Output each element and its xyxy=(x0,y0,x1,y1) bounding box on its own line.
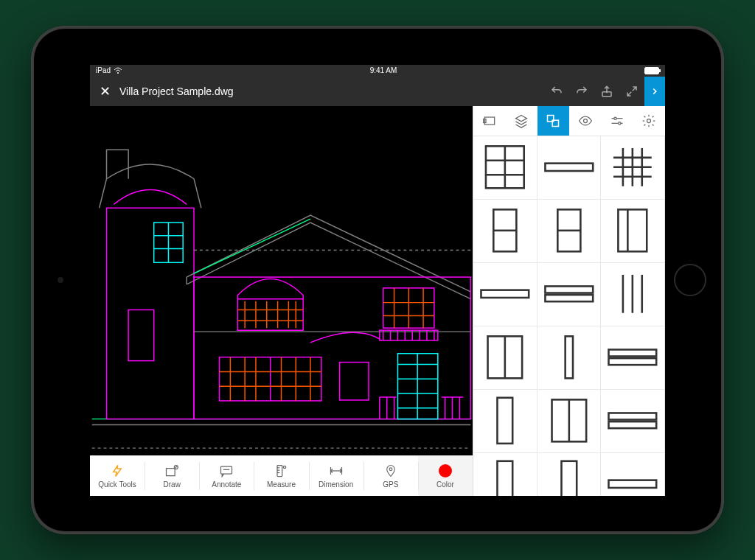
bottom-toolbar: Quick Tools Draw Annotate Measure xyxy=(90,455,473,496)
block-item[interactable]: window 1 xyxy=(537,326,602,390)
svg-rect-69 xyxy=(277,466,282,477)
svg-rect-105 xyxy=(481,290,529,297)
block-thumb xyxy=(604,265,661,323)
block-thumb xyxy=(540,455,598,496)
screen: iPad 9:41 AM ✕ Villa Project Sample.dwg xyxy=(90,65,665,496)
svg-rect-50 xyxy=(340,362,369,399)
svg-point-87 xyxy=(647,119,651,122)
block-item[interactable]: win dow wo xyxy=(537,263,602,326)
color-swatch-icon xyxy=(439,463,452,479)
svg-rect-123 xyxy=(609,480,657,487)
block-item[interactable]: window 6stst xyxy=(601,453,665,496)
block-item[interactable]: Window 17 xyxy=(537,390,602,453)
gps-icon xyxy=(384,463,397,479)
svg-rect-103 xyxy=(619,209,647,251)
panel-toggle-button[interactable] xyxy=(644,77,665,106)
palette-tab-view[interactable] xyxy=(473,106,505,136)
drawing-canvas[interactable] xyxy=(90,106,473,455)
palette-tab-blocks[interactable] xyxy=(537,106,569,136)
draw-icon xyxy=(164,463,179,479)
tool-label: Dimension xyxy=(319,480,353,489)
block-item[interactable]: win dow jjj xyxy=(601,200,665,263)
svg-rect-106 xyxy=(545,286,593,293)
fullscreen-button[interactable] xyxy=(619,77,644,106)
block-thumb xyxy=(476,392,534,449)
tool-label: Annotate xyxy=(212,480,241,489)
undo-button[interactable] xyxy=(544,77,569,106)
tool-draw[interactable]: Draw xyxy=(145,456,199,496)
tool-label: Quick Tools xyxy=(98,480,136,489)
block-thumb xyxy=(540,329,598,386)
share-button[interactable] xyxy=(594,77,619,106)
palette-tab-sliders[interactable] xyxy=(601,106,633,136)
status-bar: iPad 9:41 AM xyxy=(90,65,665,77)
block-item[interactable]: window xyxy=(473,326,537,390)
tool-color[interactable]: Color xyxy=(418,456,473,496)
block-thumb xyxy=(476,139,534,196)
block-item[interactable]: win dow swe xyxy=(473,263,537,326)
block-thumb xyxy=(540,265,598,323)
svg-point-0 xyxy=(117,72,119,74)
tool-measure[interactable]: Measure xyxy=(254,456,308,496)
app-body: Quick Tools Draw Annotate Measure xyxy=(90,106,665,496)
svg-point-86 xyxy=(619,122,621,124)
block-thumb xyxy=(604,139,661,196)
carrier-label: iPad xyxy=(96,66,111,74)
tablet-frame: iPad 9:41 AM ✕ Villa Project Sample.dwg xyxy=(31,26,724,534)
block-thumb xyxy=(540,139,598,196)
block-item[interactable]: window 5ft xyxy=(473,453,537,496)
svg-rect-116 xyxy=(497,398,512,444)
tool-label: Color xyxy=(436,480,454,489)
tool-dimension[interactable]: Dimension xyxy=(309,456,363,496)
block-thumb xyxy=(604,455,661,496)
palette-tab-visibility[interactable] xyxy=(569,106,601,136)
svg-rect-113 xyxy=(565,336,572,378)
dimension-icon xyxy=(328,463,344,479)
home-button[interactable] xyxy=(674,264,706,296)
palette-tab-settings[interactable] xyxy=(633,106,665,136)
bolt-icon xyxy=(111,463,124,479)
tool-quick-tools[interactable]: Quick Tools xyxy=(90,456,145,496)
block-grid[interactable]: WIN 22Win 5FTwin do yuyuwin dow e re r e… xyxy=(473,136,665,496)
block-item[interactable]: win dow frame xyxy=(537,200,602,263)
block-thumb xyxy=(540,392,598,449)
tool-label: Measure xyxy=(267,480,296,489)
block-item[interactable]: win dow e re r e xyxy=(473,200,537,263)
svg-point-82 xyxy=(583,119,587,122)
canvas-column: Quick Tools Draw Annotate Measure xyxy=(90,106,473,496)
svg-rect-5 xyxy=(107,208,195,419)
svg-rect-121 xyxy=(497,461,512,496)
block-thumb xyxy=(476,265,534,323)
block-thumb xyxy=(476,202,534,259)
svg-rect-14 xyxy=(194,277,470,419)
block-item[interactable]: windoerere xyxy=(601,263,665,326)
block-item[interactable]: WIN 22 xyxy=(473,136,537,200)
document-title: Villa Project Sample.dwg xyxy=(119,85,234,97)
palette-tabs xyxy=(473,106,665,136)
tool-gps[interactable]: GPS xyxy=(363,456,418,496)
clock-label: 9:41 AM xyxy=(370,66,397,74)
svg-rect-114 xyxy=(609,349,657,356)
block-item[interactable]: window 12 xyxy=(473,390,537,453)
measure-icon xyxy=(274,463,288,479)
top-toolbar: ✕ Villa Project Sample.dwg xyxy=(90,77,665,106)
block-item[interactable]: window 5st xyxy=(537,453,602,496)
tool-annotate[interactable]: Annotate xyxy=(199,456,254,496)
svg-rect-107 xyxy=(545,295,593,301)
close-button[interactable]: ✕ xyxy=(90,83,119,99)
svg-point-73 xyxy=(284,466,286,468)
svg-rect-119 xyxy=(609,413,657,419)
block-thumb xyxy=(476,329,534,386)
block-thumb xyxy=(604,329,661,386)
block-item[interactable]: Win 5FT xyxy=(537,136,602,200)
battery-icon xyxy=(644,67,659,74)
svg-point-77 xyxy=(389,468,392,471)
block-item[interactable]: window 25 xyxy=(601,390,665,453)
svg-rect-65 xyxy=(167,469,175,476)
block-item[interactable]: window 11 xyxy=(601,326,665,390)
block-palette: WIN 22Win 5FTwin do yuyuwin dow e re r e… xyxy=(473,106,665,496)
palette-tab-layers[interactable] xyxy=(505,106,537,136)
redo-button[interactable] xyxy=(569,77,594,106)
block-item[interactable]: win do yuyu xyxy=(601,136,665,200)
block-thumb xyxy=(540,202,598,259)
